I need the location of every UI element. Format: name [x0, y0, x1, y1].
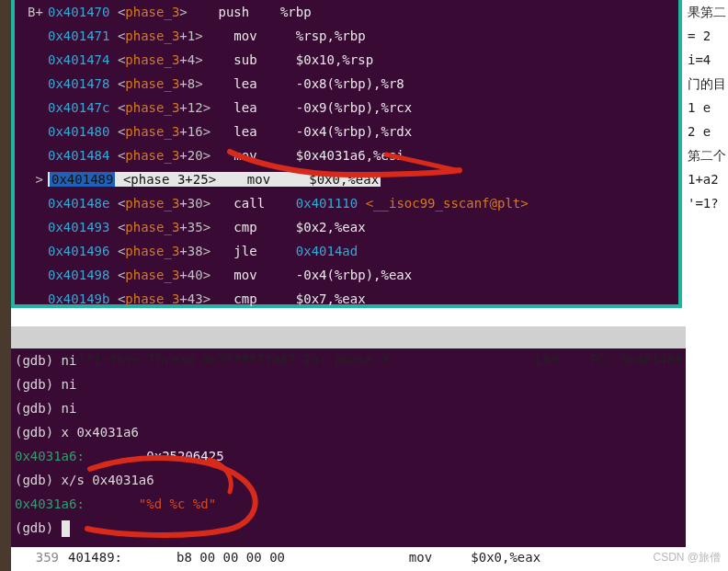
asm-operands: $0x10,%rsp: [296, 52, 373, 67]
gdb-prompt: (gdb) ni: [15, 377, 76, 392]
asm-address: 0x401496: [48, 244, 109, 258]
asm-address: 0x401478: [48, 76, 109, 91]
asm-function: phase_3: [125, 5, 179, 19]
asm-mnemonic: cmp: [233, 220, 295, 234]
asm-address: 0x40147c: [48, 100, 109, 115]
asm-line[interactable]: 0x401471 <phase_3+1> mov %rsp,%rbp: [15, 24, 678, 48]
asm-mnemonic: mov: [233, 29, 295, 43]
cropped-text-line: 门的目: [686, 72, 728, 96]
cropped-text-line: i=4: [686, 48, 728, 72]
asm-line[interactable]: 0x40149b <phase_3+43> cmp $0x7,%eax: [15, 287, 678, 311]
cropped-text-line: 第二个: [686, 143, 728, 167]
asm-address: 0x401484: [48, 148, 109, 163]
asm-mnemonic: lea: [233, 124, 295, 139]
asm-operands: %rbp: [280, 5, 312, 19]
cropped-text-line: 果第二: [686, 0, 728, 24]
asm-function: phase_3: [125, 268, 179, 282]
asm-function: phase_3: [125, 291, 179, 306]
asm-line[interactable]: B+0x401470 <phase_3> push %rbp: [15, 0, 678, 24]
objdump-pane: 359401489: b8 00 00 00 00 mov $0x0,%eax: [18, 547, 689, 571]
cropped-text-line: 2 e: [686, 120, 728, 143]
gdb-output-value: 0x25206425: [85, 449, 224, 463]
asm-line[interactable]: 0x401498 <phase_3+40> mov -0x4(%rbp),%ea…: [15, 263, 678, 287]
gdb-prompt: (gdb) ni: [15, 353, 76, 368]
gdb-output-address: 0x4031a6:: [15, 449, 85, 463]
asm-line[interactable]: 0x401474 <phase_3+4> sub $0x10,%rsp: [15, 48, 678, 72]
asm-call-target: 0x4014ad: [296, 244, 358, 258]
gdb-line: (gdb) ni: [11, 396, 686, 420]
asm-mnemonic: cmp: [233, 291, 295, 306]
asm-function: phase_3: [125, 148, 179, 163]
asm-operands: $0x7,%eax: [296, 291, 366, 306]
gdb-output-address: 0x4031a6:: [15, 497, 85, 511]
line-number: 359: [18, 547, 68, 567]
asm-address: 0x40148e: [48, 196, 109, 211]
gdb-line: (gdb) x 0x4031a6: [11, 420, 686, 444]
asm-mnemonic: push: [218, 5, 279, 19]
asm-operands: -0x9(%rbp),%rcx: [296, 100, 412, 115]
asm-line[interactable]: 0x401493 <phase_3+35> cmp $0x2,%eax: [15, 215, 678, 239]
asm-address: 0x401470: [48, 5, 109, 19]
asm-operands: -0x4(%rbp),%eax: [296, 268, 412, 282]
asm-function: phase_3: [125, 124, 179, 139]
asm-operands: $0x2,%eax: [296, 220, 366, 234]
asm-function: phase_3: [125, 100, 179, 115]
asm-operands: -0x4(%rbp),%rdx: [296, 124, 412, 139]
cropped-text-line: = 2: [686, 24, 728, 48]
desktop-dock: [0, 0, 11, 571]
asm-line[interactable]: >0x401489 <phase_3+25> mov $0x0,%eax: [15, 167, 678, 191]
watermark: CSDN @旅僧: [653, 550, 721, 565]
asm-line[interactable]: 0x40148e <phase_3+30> call 0x401110 <__i…: [15, 191, 678, 215]
asm-address: 0x401498: [48, 268, 109, 282]
cropped-right-content: 果第二= 2i=4门的目1 e2 e第二个1+a2'=1?: [686, 0, 728, 547]
asm-function: phase_3: [125, 196, 179, 211]
gdb-line: (gdb) x/s 0x4031a6: [11, 468, 686, 492]
gdb-line: 0x4031a6: "%d %c %d": [11, 492, 686, 516]
asm-address: 0x401474: [48, 52, 109, 67]
gdb-console-pane[interactable]: multi-thre Thread 0x7ffff7fa87 In: phase…: [11, 326, 686, 547]
asm-address: 0x401480: [48, 124, 109, 139]
gdb-prompt: (gdb) x 0x4031a6: [15, 425, 139, 440]
asm-mnemonic: call: [233, 196, 295, 211]
asm-line[interactable]: 0x401480 <phase_3+16> lea -0x4(%rbp),%rd…: [15, 120, 678, 143]
asm-line[interactable]: 0x40147c <phase_3+12> lea -0x9(%rbp),%rc…: [15, 96, 678, 120]
status-bar: multi-thre Thread 0x7ffff7fa87 In: phase…: [11, 326, 686, 348]
cropped-text-line: 1+a2: [686, 167, 728, 191]
cursor-icon: [62, 520, 70, 537]
asm-mnemonic: mov: [233, 148, 295, 163]
asm-mnemonic: lea: [233, 76, 295, 91]
asm-operands: -0x8(%rbp),%r8: [296, 76, 404, 91]
asm-address: 0x401471: [48, 29, 109, 43]
asm-call-target: 0x401110: [296, 196, 358, 211]
gdb-prompt: (gdb) x/s 0x4031a6: [15, 473, 154, 487]
gutter-marker: B+: [28, 0, 48, 24]
gdb-output-value: "%d %c %d": [85, 497, 216, 511]
gdb-input[interactable]: (gdb): [11, 516, 686, 540]
asm-function: phase_3: [131, 172, 185, 187]
asm-address: 0x401489: [50, 172, 115, 187]
asm-mnemonic: mov: [247, 172, 309, 187]
asm-mnemonic: jle: [233, 244, 295, 258]
asm-mnemonic: sub: [233, 52, 295, 67]
objdump-line: 359401489: b8 00 00 00 00 mov $0x0,%eax: [18, 547, 689, 567]
cropped-text-line: '=1?: [686, 191, 728, 215]
asm-function: phase_3: [125, 220, 179, 234]
asm-function: phase_3: [125, 29, 179, 43]
status-right: L69 PC: 0x401489: [536, 352, 683, 367]
asm-function: phase_3: [125, 76, 179, 91]
asm-mnemonic: lea: [233, 100, 295, 115]
status-left: multi-thre Thread 0x7ffff7fa87 In: phase…: [63, 352, 389, 367]
cropped-text-line: 1 e: [686, 96, 728, 120]
asm-line[interactable]: 0x401496 <phase_3+38> jle 0x4014ad: [15, 239, 678, 263]
gdb-line: (gdb) ni: [11, 372, 686, 396]
asm-operands: $0x4031a6,%esi: [296, 148, 404, 163]
disassembly-pane[interactable]: B+0x401470 <phase_3> push %rbp0x401471 <…: [11, 0, 682, 308]
gdb-line: 0x4031a6: 0x25206425: [11, 444, 686, 468]
asm-operands: $0x0,%eax: [309, 172, 379, 187]
asm-function: phase_3: [125, 52, 179, 67]
asm-line[interactable]: 0x401478 <phase_3+8> lea -0x8(%rbp),%r8: [15, 72, 678, 96]
gdb-prompt: (gdb) ni: [15, 401, 76, 416]
gutter-marker: >: [28, 167, 48, 191]
asm-line[interactable]: 0x401484 <phase_3+20> mov $0x4031a6,%esi: [15, 143, 678, 167]
asm-address: 0x40149b: [48, 291, 109, 306]
